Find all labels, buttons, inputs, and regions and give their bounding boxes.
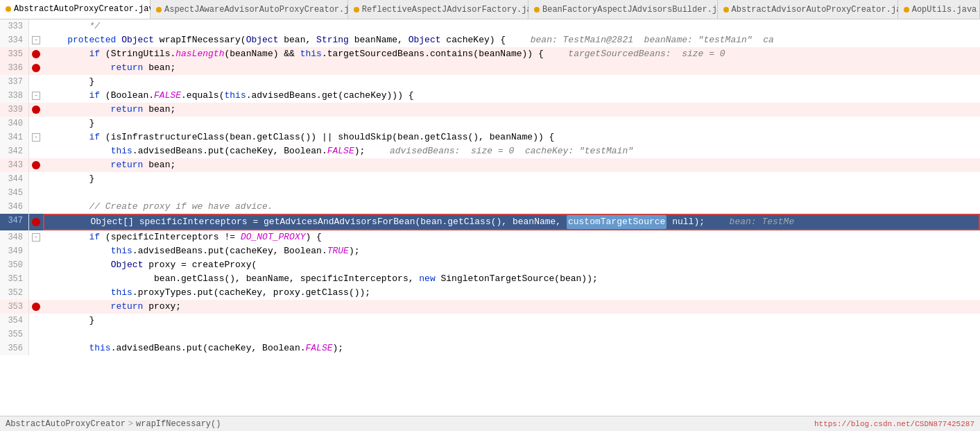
tab-aspectjawareadvisor[interactable]: AspectJAwareAdvisorAutoProxyCreator.java… (151, 0, 348, 19)
fold-icon[interactable]: - (32, 92, 40, 100)
table-row: 342 this.advisedBeans.put(cacheKey, Bool… (0, 144, 980, 158)
table-row: 343 return bean; (0, 158, 980, 172)
line-content: this.advisedBeans.put(cacheKey, Boolean.… (43, 144, 980, 158)
table-row: 344 } (0, 172, 980, 186)
fold-icon[interactable]: - (32, 133, 40, 142)
tab-icon-1 (6, 6, 11, 12)
breadcrumb-separator: > (128, 419, 133, 429)
table-row: 334 - protected Object wrapIfNecessary(O… (0, 33, 980, 47)
line-content: */ (43, 19, 980, 33)
highlight-customtarget: customTargetSource (567, 215, 667, 229)
line-number: 338 (0, 89, 29, 103)
line-number: 342 (0, 144, 29, 158)
line-number: 354 (0, 314, 29, 328)
line-content: if (specificInterceptors != DO_NOT_PROXY… (43, 230, 980, 244)
tab-abstractautoproxycreator[interactable]: AbstractAutoProxyCreator.java × (0, 0, 151, 19)
table-row: 351 bean.getClass(), beanName, specificI… (0, 272, 980, 286)
line-number: 353 (0, 300, 29, 314)
tab-reflectiveaspectj[interactable]: ReflectiveAspectJAdvisorFactory.java × (348, 0, 528, 19)
breakpoint-indicator (32, 303, 40, 311)
tab-beanfactory[interactable]: BeanFactoryAspectJAdvisorsBuilder.java × (528, 0, 718, 19)
line-number: 345 (0, 186, 29, 200)
line-number: 339 (0, 103, 29, 117)
line-content: if (isInfrastructureClass(bean.getClass(… (43, 130, 980, 144)
line-gutter (29, 258, 43, 272)
line-gutter (29, 244, 43, 258)
line-content (43, 186, 980, 200)
table-row: 335 if (StringUtils.hasLength(beanName) … (0, 47, 980, 61)
line-number: 341 (0, 130, 29, 144)
line-content: bean.getClass(), beanName, specificInter… (43, 272, 980, 286)
line-content: Object proxy = createProxy( (43, 258, 980, 272)
editor-root: AbstractAutoProxyCreator.java × AspectJA… (0, 0, 980, 431)
code-area[interactable]: 333 */ 334 - protected Object wrapIfNece… (0, 19, 980, 416)
tab-icon-6 (904, 7, 909, 12)
fold-icon[interactable]: - (32, 36, 40, 44)
line-gutter (29, 186, 43, 200)
line-content: if (StringUtils.hasLength(beanName) && t… (43, 47, 980, 61)
tab-label-4: BeanFactoryAspectJAdvisorsBuilder.java (542, 5, 732, 15)
line-content: this.advisedBeans.put(cacheKey, Boolean.… (43, 244, 980, 258)
table-row: 340 } (0, 117, 980, 130)
line-gutter (29, 19, 43, 33)
table-row: 339 return bean; (0, 103, 980, 117)
line-number: 347 (0, 214, 29, 230)
breadcrumb-method: wrapIfNecessary() (136, 419, 221, 429)
line-gutter (29, 47, 43, 61)
table-row: 338 - if (Boolean.FALSE.equals(this.advi… (0, 89, 980, 103)
breakpoint-indicator (32, 64, 40, 72)
line-content: return proxy; (43, 300, 980, 314)
line-number: 335 (0, 47, 29, 61)
table-row: 356 this.advisedBeans.put(cacheKey, Bool… (0, 341, 980, 355)
breakpoint-indicator (32, 218, 40, 226)
breadcrumb: AbstractAutoProxyCreator > wrapIfNecessa… (6, 419, 221, 429)
table-row: 352 this.proxyTypes.put(cacheKey, proxy.… (0, 286, 980, 300)
line-content: } (43, 314, 980, 328)
table-row: 349 this.advisedBeans.put(cacheKey, Bool… (0, 244, 980, 258)
editor-container: 333 */ 334 - protected Object wrapIfNece… (0, 19, 980, 431)
table-row: 347 Object[] specificInterceptors = getA… (0, 214, 980, 230)
line-gutter (29, 286, 43, 300)
line-gutter: - (29, 230, 43, 244)
tab-label-3: ReflectiveAspectJAdvisorFactory.java (362, 5, 542, 15)
watermark: https://blog.csdn.net/CSDN877425287 (814, 420, 974, 428)
line-gutter (29, 75, 43, 89)
breakpoint-indicator (32, 50, 40, 58)
table-row: 341 - if (isInfrastructureClass(bean.get… (0, 130, 980, 144)
tab-icon-2 (156, 7, 162, 12)
tab-icon-4 (534, 7, 540, 12)
table-row: 354 } (0, 314, 980, 328)
line-content: this.advisedBeans.put(cacheKey, Boolean.… (43, 341, 980, 355)
tab-abstractadvisor[interactable]: AbstractAdvisorAutoProxyCreator.java × (718, 0, 898, 19)
line-number: 344 (0, 172, 29, 186)
line-number: 352 (0, 286, 29, 300)
status-bar: AbstractAutoProxyCreator > wrapIfNecessa… (0, 416, 980, 431)
line-gutter: - (29, 130, 43, 144)
line-content: } (43, 172, 980, 186)
line-content: } (43, 75, 980, 89)
line-content: return bean; (43, 103, 980, 117)
table-row: 346 // Create proxy if we have advice. (0, 200, 980, 214)
line-content (43, 328, 980, 341)
tab-aoputils[interactable]: AopUtils.java × (898, 0, 980, 19)
line-gutter (29, 61, 43, 75)
breakpoint-indicator (32, 105, 40, 114)
fold-icon[interactable]: - (32, 233, 40, 242)
code-lines[interactable]: 333 */ 334 - protected Object wrapIfNece… (0, 19, 980, 416)
line-gutter (29, 214, 43, 230)
tab-icon-3 (354, 7, 359, 12)
line-gutter (29, 144, 43, 158)
line-number: 350 (0, 258, 29, 272)
line-gutter (29, 314, 43, 328)
line-content: if (Boolean.FALSE.equals(this.advisedBea… (43, 89, 980, 103)
line-gutter (29, 172, 43, 186)
line-number: 336 (0, 61, 29, 75)
tab-label-2: AspectJAwareAdvisorAutoProxyCreator.java (164, 5, 364, 15)
table-row: 355 (0, 328, 980, 341)
tab-label-5: AbstractAdvisorAutoProxyCreator.java (732, 5, 911, 15)
line-content: this.proxyTypes.put(cacheKey, proxy.getC… (43, 286, 980, 300)
table-row: 353 return proxy; (0, 300, 980, 314)
line-content: Object[] specificInterceptors = getAdvic… (43, 214, 980, 230)
line-gutter (29, 272, 43, 286)
line-gutter (29, 300, 43, 314)
